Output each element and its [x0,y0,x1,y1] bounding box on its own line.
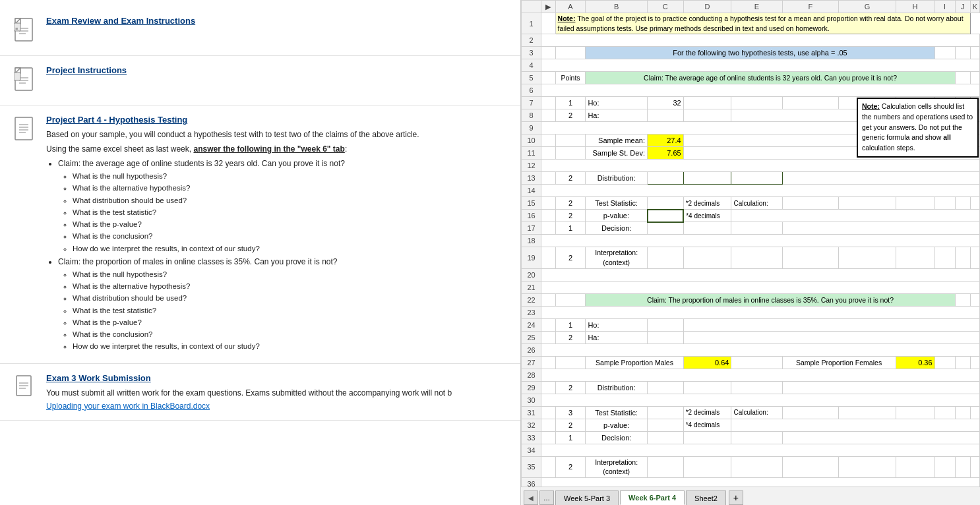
r32-d[interactable] [648,419,684,431]
r19-e[interactable] [683,247,731,268]
r15-h[interactable] [839,197,896,210]
r17-f[interactable] [731,222,782,235]
doc-content-exam-submission: Exam 3 Work Submission You must submit a… [46,373,507,411]
r13-f[interactable] [731,172,782,185]
intro2-link[interactable]: answer the following in the "week 6" tab [193,144,344,154]
r15-d[interactable] [648,197,684,210]
r7-e [683,97,731,109]
project-part4-title[interactable]: Project Part 4 - Hypothesis Testing [46,115,419,125]
r35-g[interactable] [782,456,839,477]
r31-g[interactable] [782,406,839,419]
r35-h[interactable] [839,456,896,477]
r7-d[interactable]: 32 [648,97,684,109]
r15-k [955,197,970,210]
r35-e[interactable] [683,456,731,477]
r8-d[interactable] [648,109,684,122]
r25-d[interactable] [648,331,684,343]
r35-a [541,456,556,477]
r27-i[interactable]: 0.36 [896,356,934,369]
tab-week6-part4[interactable]: Week 6-Part 4 [620,490,685,505]
r7-g [782,97,839,109]
doc-item-exam-review: ≡ Exam Review and Exam Instructions [0,7,520,56]
r27-e[interactable]: 0.64 [683,356,731,369]
r3-l [970,47,979,59]
r15-g[interactable] [782,197,839,210]
r19-g[interactable] [782,247,839,268]
r29-d[interactable] [648,381,684,394]
r13-d[interactable] [648,172,684,185]
col-header-j: I [934,1,955,13]
r27-val1: 0.64 [715,359,729,367]
r35-ctx: (context) [588,467,645,477]
r22-c: Claim: The proportion of males in online… [586,293,955,306]
exam-review-title[interactable]: Exam Review and Exam Instructions [46,16,507,26]
r29-f[interactable] [731,381,782,394]
r31-d[interactable] [648,406,684,419]
claims-list: Claim: the average age of online student… [58,158,419,353]
r33-c: Decision: [586,431,648,444]
tab-nav-ellipsis[interactable]: … [539,490,554,505]
row-3: 3 For the following two hypothesis tests… [522,47,980,59]
r16-pts: 2 [568,212,572,220]
r35-interp: Interpretation: [588,458,645,467]
r29-e[interactable] [683,381,731,394]
r27-j [934,356,955,369]
exam-submission-link[interactable]: Uploading your exam work in BlackBoard.d… [46,401,507,411]
r29-c: Distribution: [586,381,648,394]
doc-item-exam-submission: Exam 3 Work Submission You must submit a… [0,364,520,421]
exam-submission-title[interactable]: Exam 3 Work Submission [46,373,507,383]
r33-f[interactable] [731,431,782,444]
r30-empty [541,394,980,406]
r31-h[interactable] [839,406,896,419]
project-instructions-title[interactable]: Project Instructions [46,65,507,75]
r15-dec: *2 decimals [686,200,720,207]
claim-2-q1: What is the null hypothesis? [73,269,419,280]
row-17: 17 1 Decision: [522,222,980,235]
claim-2-q3: What distribution should be used? [73,293,419,304]
r33-b: 1 [555,431,586,444]
r35-d[interactable] [648,456,684,477]
r17-d[interactable] [648,222,684,235]
tab-nav-left[interactable]: ◀ [524,490,538,505]
r10-d[interactable]: 27.4 [648,134,684,147]
r21-empty [541,281,980,293]
rownum-11: 11 [522,147,541,160]
r24-d[interactable] [648,318,684,331]
sheet-wrapper[interactable]: Note: Calculation cells should list the … [521,0,980,487]
r16-rest [731,210,980,222]
r29-rest [782,381,979,394]
r17-e[interactable] [683,222,731,235]
r5-l [970,72,979,84]
r15-a [541,197,556,210]
r19-ctx: (context) [588,258,645,268]
r35-i[interactable] [896,456,934,477]
corner-cell [522,1,541,13]
tab-add-button[interactable]: + [729,490,743,505]
r35-f[interactable] [731,456,782,477]
r31-a [541,406,556,419]
r7-c: Ho: [586,97,648,109]
r19-i[interactable] [896,247,934,268]
r15-i[interactable] [896,197,934,210]
rownum-28: 28 [522,369,541,381]
r31-dec: *2 decimals [686,409,720,416]
claim-1-q1: What is the null hypothesis? [73,171,419,182]
r33-e[interactable] [683,431,731,444]
r36-empty [541,478,980,487]
r19-d[interactable] [648,247,684,268]
r3-a [541,47,556,59]
r19-f[interactable] [731,247,782,268]
r31-i[interactable] [896,406,934,419]
doc-content-exam-review: Exam Review and Exam Instructions [46,16,507,30]
r33-d[interactable] [648,431,684,444]
r16-d[interactable] [648,210,684,222]
doc-icon-project-instructions [13,67,37,96]
r11-d[interactable]: 7.65 [648,147,684,160]
tab-sheet2[interactable]: Sheet2 [686,490,726,505]
row-18: 18 [522,235,980,247]
r19-h[interactable] [839,247,896,268]
rownum-6: 6 [522,84,541,97]
r8-c: Ha: [586,109,648,122]
r13-e[interactable] [683,172,731,185]
tab-week5-part3[interactable]: Week 5-Part 3 [555,490,619,505]
